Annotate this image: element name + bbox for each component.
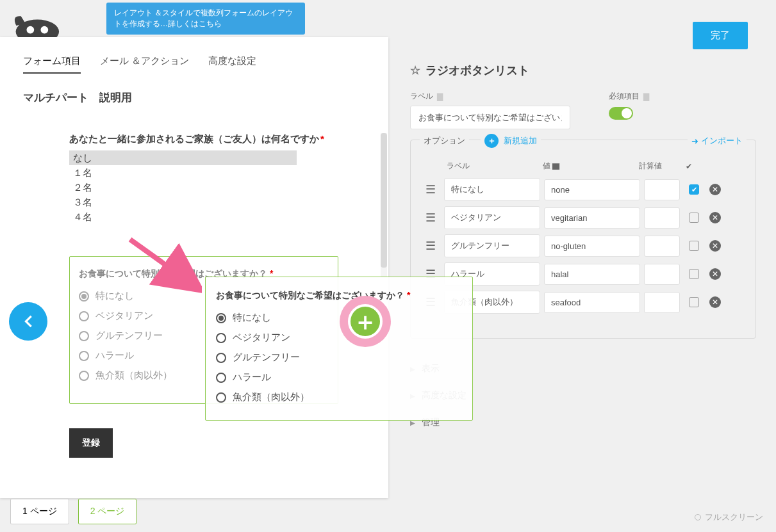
- option-default-checkbox[interactable]: [689, 213, 699, 223]
- drag-handle-icon[interactable]: ☰: [421, 239, 440, 253]
- radio-item[interactable]: ベジタリアン: [216, 328, 462, 348]
- info-icon[interactable]: ▇: [643, 92, 649, 101]
- svg-point-2: [40, 26, 48, 34]
- radio-icon: [79, 291, 89, 302]
- q1-item[interactable]: ２名: [69, 180, 297, 195]
- radio-icon: [216, 333, 226, 343]
- option-delete-button[interactable]: ✕: [709, 212, 721, 223]
- radio-item[interactable]: ハラール: [216, 367, 462, 387]
- radio-item[interactable]: 特になし: [216, 308, 462, 328]
- add-field-button[interactable]: ＋: [340, 296, 391, 347]
- label-field-label: ラベル ▇: [410, 91, 570, 102]
- option-label-cell[interactable]: グルテンフリー: [444, 234, 540, 257]
- radio-icon: [216, 373, 226, 383]
- option-default-checkbox[interactable]: ✔: [689, 184, 699, 195]
- drawer-title: ☆ ラジオボタンリスト: [410, 63, 756, 78]
- import-button[interactable]: ➜ インポート: [688, 135, 747, 147]
- import-icon: ➜: [691, 136, 698, 146]
- tab-email-actions[interactable]: メール ＆アクション: [100, 55, 189, 74]
- option-value-cell[interactable]: halal: [544, 264, 640, 285]
- prev-page-button[interactable]: [9, 302, 47, 341]
- option-calc-cell[interactable]: [644, 179, 680, 200]
- option-delete-button[interactable]: ✕: [709, 268, 721, 280]
- add-option-button[interactable]: ＋ 新規追加: [481, 134, 541, 148]
- option-row: ☰グルテンフリーno-gluten ✕: [421, 234, 745, 257]
- fullscreen-toggle[interactable]: フルスクリーン: [695, 512, 763, 523]
- info-icon[interactable]: ▇: [437, 92, 443, 101]
- info-icon[interactable]: ▇: [552, 161, 560, 170]
- tab-form-fields[interactable]: フォーム項目: [23, 55, 81, 74]
- options-table-head: ラベル 値 ▇ 計算値 ✔: [421, 161, 745, 172]
- circle-icon: [695, 514, 701, 520]
- plus-icon: ＋: [484, 134, 499, 148]
- option-value-cell[interactable]: seafood: [544, 292, 640, 313]
- radio-item[interactable]: グルテンフリー: [216, 348, 462, 367]
- option-delete-button[interactable]: ✕: [709, 240, 721, 252]
- q2-label: お食事について特別なご希望はございますか？*: [216, 290, 462, 302]
- option-default-checkbox[interactable]: [689, 241, 699, 251]
- option-calc-cell[interactable]: [644, 292, 680, 313]
- drag-handle-icon[interactable]: ☰: [421, 182, 440, 197]
- option-row: ☰特になしnone ✔✕: [421, 178, 745, 201]
- option-value-cell[interactable]: none: [544, 179, 640, 200]
- q1-item[interactable]: ４名: [69, 209, 297, 224]
- option-label-cell[interactable]: ベジタリアン: [444, 206, 540, 229]
- option-row: ☰ベジタリアンvegitarian ✕: [421, 206, 745, 229]
- option-delete-button[interactable]: ✕: [709, 184, 721, 195]
- required-field-label: 必須項目 ▇: [609, 91, 649, 102]
- radio-icon: [79, 371, 89, 381]
- option-value-cell[interactable]: no-gluten: [544, 236, 640, 257]
- submit-button[interactable]: 登録: [69, 428, 113, 458]
- form-builder-panel: フォーム項目 メール ＆アクション 高度な設定 マルチパート 説明用 あなたと一…: [0, 37, 388, 498]
- option-default-checkbox[interactable]: [689, 297, 699, 307]
- q1-label: あなたと一緒に参加されるご家族（ご友人）は何名ですか*: [69, 133, 326, 145]
- q1-item[interactable]: ３名: [69, 195, 297, 209]
- radio-icon: [216, 392, 226, 403]
- radio-icon: [79, 331, 89, 341]
- form-title: マルチパート 説明用: [0, 79, 388, 111]
- radio-icon: [216, 313, 226, 323]
- option-calc-cell[interactable]: [644, 236, 680, 257]
- option-default-checkbox[interactable]: [689, 269, 699, 279]
- page-2-button[interactable]: 2 ページ: [78, 499, 137, 524]
- page-1-button[interactable]: 1 ページ: [10, 499, 69, 524]
- radio-item[interactable]: 魚介類（肉以外）: [216, 387, 462, 407]
- option-calc-cell[interactable]: [644, 264, 680, 285]
- chevron-left-icon: [19, 312, 37, 330]
- q2-block-dragging[interactable]: お食事について特別なご希望はございますか？* 特になし ベジタリアン グルテンフ…: [205, 277, 473, 421]
- radio-icon: [216, 353, 226, 363]
- q1-list[interactable]: なし １名 ２名 ３名 ４名: [69, 150, 326, 224]
- scrollbar-thumb[interactable]: [381, 133, 387, 268]
- option-delete-button[interactable]: ✕: [709, 296, 721, 308]
- check-icon: ✔: [681, 162, 697, 171]
- drag-handle-icon[interactable]: ☰: [421, 211, 440, 225]
- radio-icon: [79, 351, 89, 361]
- plus-icon: ＋: [348, 304, 383, 339]
- done-button[interactable]: 完了: [693, 22, 748, 49]
- star-icon[interactable]: ☆: [410, 63, 420, 77]
- svg-point-1: [26, 26, 34, 34]
- q1-item[interactable]: １名: [69, 165, 297, 180]
- radio-icon: [79, 311, 89, 321]
- option-label-cell[interactable]: 特になし: [444, 178, 540, 201]
- options-heading: オプション: [420, 135, 469, 147]
- tab-advanced[interactable]: 高度な設定: [208, 55, 256, 74]
- tip-bubble[interactable]: レイアウト ＆スタイルで複数列フォームのレイアウトを作成する…詳しくはこちら: [106, 3, 305, 35]
- q1-item[interactable]: なし: [69, 150, 297, 165]
- page-strip: 1 ページ 2 ページ: [10, 499, 136, 524]
- option-calc-cell[interactable]: [644, 207, 680, 229]
- required-toggle[interactable]: [609, 107, 633, 120]
- label-field-input[interactable]: [410, 106, 570, 129]
- option-value-cell[interactable]: vegitarian: [544, 207, 640, 229]
